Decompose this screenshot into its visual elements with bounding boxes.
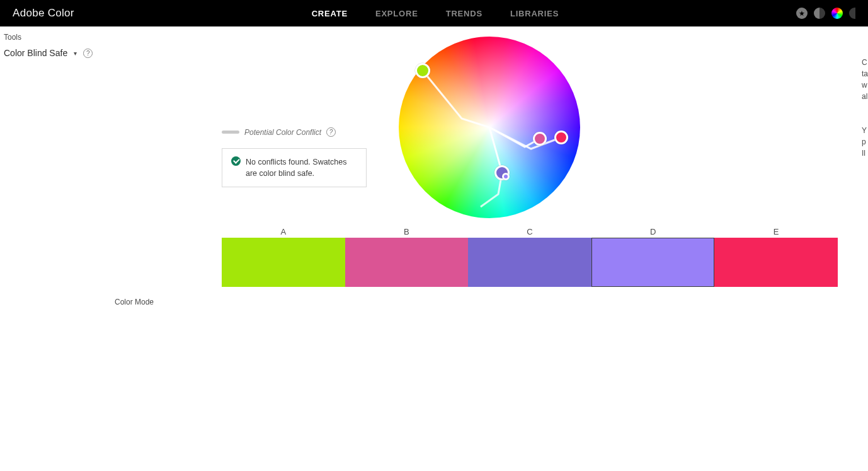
nav-explore[interactable]: EXPLORE (375, 9, 418, 18)
check-icon (231, 156, 241, 166)
color-wheel[interactable] (399, 37, 580, 218)
color-mode-selected: RGB (115, 311, 134, 312)
main-nav: CREATE EXPLORE TRENDS LIBRARIES (74, 9, 796, 18)
swatch-labels: ABCDE (222, 227, 838, 236)
swatch-row (222, 238, 838, 287)
app-header: Adobe Color CREATE EXPLORE TRENDS LIBRAR… (0, 0, 868, 26)
tools-label: Tools (4, 33, 111, 42)
wheel-handle[interactable] (415, 63, 430, 78)
main-area: Potential Color Conflict ? No conflicts … (111, 26, 868, 312)
color-mode-dropdown[interactable]: RGB ▾ (115, 311, 183, 312)
safe-message-box: No conflicts found. Swatches are color b… (222, 148, 367, 187)
nav-create[interactable]: CREATE (312, 9, 348, 18)
swatch[interactable] (714, 238, 838, 287)
header-icons: ★ (796, 8, 855, 19)
star-icon[interactable]: ★ (796, 8, 808, 19)
wheel-handle[interactable] (533, 132, 547, 146)
swatch-block: ABCDE (222, 227, 838, 287)
swatch[interactable] (591, 238, 715, 287)
swatch-column-label: B (345, 227, 469, 236)
swatch[interactable] (345, 238, 469, 287)
color-wheel-icon[interactable] (831, 8, 843, 19)
right-edge-text: CtawalYpIl (862, 57, 868, 159)
tools-sidebar: Tools Color Blind Safe ▾ ? (0, 26, 111, 312)
swatch[interactable] (222, 238, 345, 287)
conflict-bar-icon (222, 131, 239, 134)
swatch[interactable] (468, 238, 591, 287)
swatch-column-label: A (222, 227, 345, 236)
chevron-down-icon: ▾ (74, 50, 77, 57)
wheel-handle[interactable] (502, 173, 510, 180)
color-mode-label: Color Mode (115, 298, 183, 306)
tool-dropdown[interactable]: Color Blind Safe ▾ ? (4, 48, 111, 58)
contrast-icon[interactable] (814, 8, 825, 19)
swatch-column-label: E (714, 227, 838, 236)
nav-trends[interactable]: TRENDS (446, 9, 483, 18)
color-mode-area: Color Mode RGB ▾ Show RGB Sliders (115, 298, 183, 312)
nav-libraries[interactable]: LIBRARIES (510, 9, 559, 18)
swatch-column-label: C (468, 227, 591, 236)
help-icon[interactable]: ? (326, 127, 336, 137)
swatch-column-label: D (591, 227, 715, 236)
brand-title: Adobe Color (13, 7, 74, 20)
wheel-handle[interactable] (554, 131, 568, 144)
conflict-panel: Potential Color Conflict ? No conflicts … (222, 127, 367, 187)
avatar-icon[interactable] (849, 8, 855, 19)
conflict-legend-text: Potential Color Conflict (244, 128, 321, 137)
conflict-legend: Potential Color Conflict ? (222, 127, 367, 137)
tool-selected: Color Blind Safe (4, 48, 67, 58)
safe-message-text: No conflicts found. Swatches are color b… (246, 156, 357, 179)
help-icon[interactable]: ? (83, 49, 93, 58)
